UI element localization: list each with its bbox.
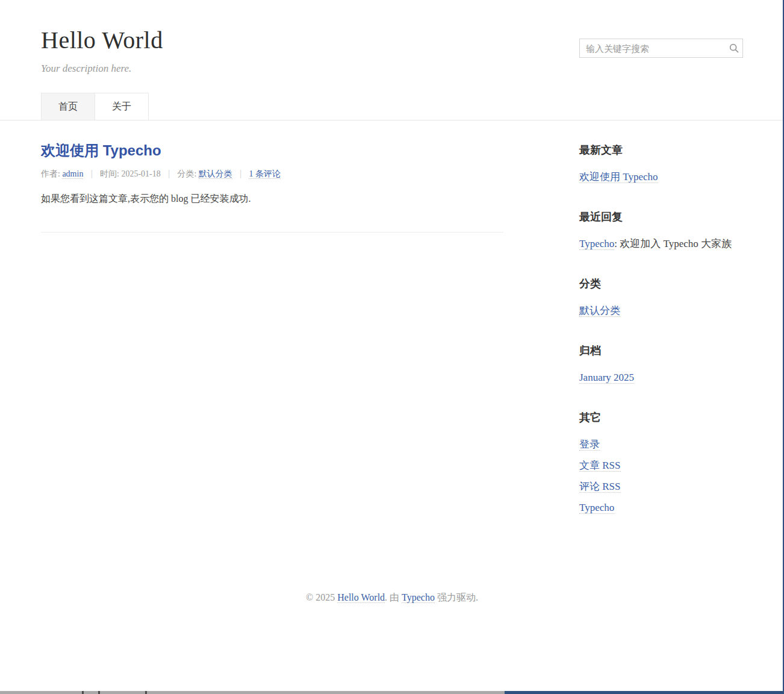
post-list: 欢迎使用 Typecho 作者: admin|时间: 2025-01-18|分类… bbox=[41, 143, 503, 541]
site-footer: © 2025 Hello World. 由 Typecho 强力驱动. bbox=[0, 592, 784, 604]
site-header: Hello World Your description here. 首页 关于 bbox=[0, 0, 784, 120]
post: 欢迎使用 Typecho 作者: admin|时间: 2025-01-18|分类… bbox=[41, 143, 503, 233]
list-item: 欢迎使用 Typecho bbox=[579, 171, 743, 183]
list-item: 文章 RSS bbox=[579, 460, 743, 472]
taskbar-right-segment bbox=[505, 691, 784, 694]
sidebar-heading: 归档 bbox=[579, 344, 743, 357]
site-title[interactable]: Hello World bbox=[41, 27, 163, 54]
sidebar-heading: 其它 bbox=[579, 411, 743, 424]
comments-link[interactable]: 1 条评论 bbox=[249, 169, 281, 179]
sidebar-heading: 最新文章 bbox=[579, 143, 743, 157]
list-item: 评论 RSS bbox=[579, 481, 743, 493]
author-label: 作者: bbox=[41, 169, 62, 178]
category-label: 分类: bbox=[177, 169, 198, 178]
sidebar-section-recent-comments: 最近回复 Typecho: 欢迎加入 Typecho 大家族 bbox=[579, 210, 743, 250]
archive-link[interactable]: January 2025 bbox=[579, 372, 634, 384]
meta-separator: | bbox=[240, 169, 242, 178]
search-icon[interactable] bbox=[726, 43, 742, 54]
taskbar-icon-tick bbox=[98, 691, 100, 694]
site-description: Your description here. bbox=[41, 63, 743, 75]
taskbar-sliver bbox=[0, 691, 784, 694]
sidebar-section-recent-posts: 最新文章 欢迎使用 Typecho bbox=[579, 143, 743, 183]
list-item: 登录 bbox=[579, 439, 743, 451]
post-title-link[interactable]: 欢迎使用 Typecho bbox=[41, 142, 161, 158]
post-rss-link[interactable]: 文章 RSS bbox=[579, 460, 621, 472]
taskbar-left-segment bbox=[0, 691, 505, 694]
sidebar: 最新文章 欢迎使用 Typecho 最近回复 Typecho: 欢迎加入 Typ… bbox=[579, 143, 743, 541]
post-date: 2025-01-18 bbox=[121, 169, 160, 178]
sidebar-heading: 最近回复 bbox=[579, 210, 743, 224]
sidebar-section-archives: 归档 January 2025 bbox=[579, 344, 743, 384]
post-body: 如果您看到这篇文章,表示您的 blog 已经安装成功. bbox=[41, 193, 503, 204]
category-link[interactable]: 默认分类 bbox=[199, 169, 232, 179]
author-link[interactable]: admin bbox=[62, 169, 83, 179]
list-item: January 2025 bbox=[579, 372, 743, 384]
post-meta: 作者: admin|时间: 2025-01-18|分类: 默认分类|1 条评论 bbox=[41, 169, 503, 179]
nav-tab-home[interactable]: 首页 bbox=[41, 93, 95, 120]
copyright-text: © 2025 bbox=[306, 592, 337, 602]
login-link[interactable]: 登录 bbox=[579, 439, 600, 451]
comment-rss-link[interactable]: 评论 RSS bbox=[579, 481, 621, 493]
meta-separator: | bbox=[168, 169, 170, 178]
taskbar-icon-tick bbox=[145, 691, 147, 694]
footer-middle-text: . 由 bbox=[385, 592, 402, 602]
meta-separator: | bbox=[90, 169, 93, 178]
content-area: 欢迎使用 Typecho 作者: admin|时间: 2025-01-18|分类… bbox=[41, 120, 743, 541]
footer-site-link[interactable]: Hello World bbox=[337, 592, 385, 603]
footer-suffix-text: 强力驱动. bbox=[435, 592, 478, 602]
sidebar-section-misc: 其它 登录 文章 RSS 评论 RSS Typecho bbox=[579, 411, 743, 514]
list-item: 默认分类 bbox=[579, 305, 743, 317]
comment-excerpt: : 欢迎加入 Typecho 大家族 bbox=[614, 238, 732, 249]
sidebar-heading: 分类 bbox=[579, 277, 743, 290]
typecho-link[interactable]: Typecho bbox=[579, 502, 614, 514]
footer-typecho-link[interactable]: Typecho bbox=[402, 592, 435, 603]
post-title: 欢迎使用 Typecho bbox=[41, 143, 503, 158]
nav-tab-about[interactable]: 关于 bbox=[95, 93, 149, 120]
browser-viewport: Hello World Your description here. 首页 关于 bbox=[0, 0, 784, 604]
comment-author-link[interactable]: Typecho bbox=[579, 238, 614, 250]
category-sidebar-link[interactable]: 默认分类 bbox=[579, 305, 620, 317]
list-item: Typecho: 欢迎加入 Typecho 大家族 bbox=[579, 238, 743, 250]
search-box bbox=[579, 39, 743, 58]
time-label: 时间: bbox=[100, 169, 121, 178]
sidebar-section-categories: 分类 默认分类 bbox=[579, 277, 743, 317]
list-item: Typecho bbox=[579, 502, 743, 514]
taskbar-icon-tick bbox=[82, 691, 84, 694]
main-nav: 首页 关于 bbox=[0, 93, 784, 120]
recent-post-link[interactable]: 欢迎使用 Typecho bbox=[579, 171, 658, 183]
post-divider bbox=[41, 232, 503, 233]
search-input[interactable] bbox=[580, 39, 726, 57]
